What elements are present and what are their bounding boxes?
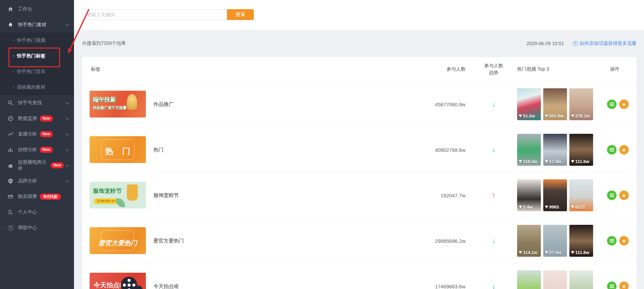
favorite-button[interactable]: ★ [619, 236, 629, 246]
row-actions: ★ [607, 236, 629, 246]
sidebar-item-hot-tags[interactable]: 快手热门标签 [0, 48, 74, 64]
favorite-button[interactable]: ★ [619, 100, 629, 109]
tag-name[interactable]: 作品推广 [153, 101, 174, 107]
tag-banner-thumbnail[interactable]: 爱官方爱热门 [90, 227, 146, 254]
video-thumbnail[interactable]: ♥ [569, 270, 593, 289]
top-videos: ♥114.1w ♥57.5w ♥111.6w [517, 225, 593, 257]
video-thumbnail[interactable]: ♥111.6w [569, 134, 593, 166]
sidebar-item-hot-videos[interactable]: 快手热门视频 [0, 33, 74, 48]
star-icon: ★ [622, 284, 626, 289]
sidebar-item-label: 快手号查找 [18, 100, 42, 106]
chevron-down-icon [65, 132, 69, 136]
main-content: 搜索 共搜索到7209个结果 2020-06-29 10:51 ? 如何添加话题… [74, 0, 644, 289]
heart-icon: ♥ [519, 159, 522, 164]
video-thumbnail[interactable]: ♥501.0w [543, 88, 567, 120]
like-count: 118.5w [523, 159, 537, 164]
video-thumbnail[interactable]: ♥2.4w [517, 179, 541, 211]
participants-count: 29985686.2w [401, 238, 466, 243]
search-button[interactable]: 搜索 [227, 9, 254, 20]
list-icon [610, 104, 614, 105]
column-header-top-videos: 热门视频 Top 3 [517, 66, 549, 72]
sidebar-item-brand-analysis[interactable]: 品牌分析 [0, 173, 74, 189]
video-thumbnail[interactable]: ♥17.4w [543, 134, 567, 166]
search-bar: 搜索 [82, 9, 254, 20]
top-videos: ♥118.5w ♥17.4w ♥111.6w [517, 134, 593, 166]
sidebar-item-help-center[interactable]: ? 帮助中心 [0, 220, 74, 236]
video-thumbnail[interactable]: ♥9965 [543, 179, 567, 211]
sidebar-item-data-monitor[interactable]: 数据监测 New [0, 111, 74, 126]
tag-name[interactable]: 爱官方爱热门 [153, 237, 184, 244]
card-icon [7, 193, 14, 200]
help-link-label: 如何添加话题获得更多流量 [580, 40, 637, 47]
sidebar-item-live-analysis[interactable]: 直播分析 New [0, 126, 74, 142]
like-count: 111.6w [575, 159, 589, 164]
top-videos: ♥51.5w ♥501.0w ♥276.2w [517, 88, 593, 120]
video-list-button[interactable] [607, 100, 617, 109]
column-header-tag: 标签 [91, 66, 100, 72]
column-header-trend: 参与人数趋势 [483, 62, 505, 76]
like-count: 2.4w [523, 204, 533, 210]
sidebar-item-purchase-renew[interactable]: 购买续费 年付6折 [0, 189, 74, 204]
video-thumbnail[interactable]: ♥ [517, 270, 541, 289]
sidebar-item-account-search[interactable]: 快手号查找 [0, 95, 74, 111]
participants-count: 17469863.6w [401, 283, 466, 289]
search-input[interactable] [82, 9, 227, 20]
sidebar-item-ranking-analysis[interactable]: 挂榜分析 New [0, 142, 74, 158]
results-timestamp: 2020-06-29 10:51 [526, 41, 564, 46]
like-count: 17.4w [549, 159, 561, 164]
help-topic-link[interactable]: ? 如何添加话题获得更多流量 [573, 40, 637, 47]
heart-icon: ♥ [519, 250, 522, 255]
like-count: 114.1w [523, 250, 537, 255]
video-list-button[interactable] [607, 282, 617, 289]
video-list-button[interactable] [607, 191, 617, 200]
sidebar-item-label: 快手热门素材 [18, 22, 46, 28]
sidebar-item-hot-materials[interactable]: 快手热门素材 [0, 17, 74, 33]
list-icon [610, 286, 614, 287]
video-thumbnail[interactable]: ♥51.5w [517, 88, 541, 120]
top-videos: ♥ ♥ ♥ [517, 270, 593, 289]
trend-down-icon: ↓ [483, 146, 505, 154]
column-header-participants: 参与人数 [401, 66, 466, 72]
video-list-button[interactable] [607, 145, 617, 155]
tag-name[interactable]: 热门 [153, 146, 164, 153]
video-thumbnail[interactable]: ♥57.5w [543, 225, 567, 257]
like-count: 51.5w [523, 113, 535, 119]
video-list-button[interactable] [607, 236, 617, 246]
sidebar-submenu: 快手热门视频 快手热门标签 快手热门音乐 我收藏的素材 [0, 33, 74, 95]
video-thumbnail[interactable]: ♥6121 [569, 179, 593, 211]
video-thumbnail[interactable]: ♥118.5w [517, 134, 541, 166]
sidebar-item-ecommerce-analysis[interactable]: 短视频电商分析 New [0, 158, 74, 173]
chevron-down-icon [65, 22, 69, 26]
tag-banner-thumbnail[interactable]: 热 门 [90, 136, 146, 163]
video-thumbnail[interactable]: ♥114.1w [517, 225, 541, 257]
favorite-button[interactable]: ★ [619, 191, 629, 200]
heart-icon: ♥ [519, 204, 522, 210]
tag-name[interactable]: 服饰宠粉节 [153, 192, 179, 198]
video-thumbnail[interactable]: ♥276.2w [569, 88, 593, 120]
tag-banner-thumbnail[interactable]: 端午扶新 作品推广送千万流量 [90, 91, 146, 118]
sidebar: 工作台 快手热门素材 快手热门视频 快手热门标签 快手热门音乐 我收藏的素材 快… [0, 0, 74, 289]
bar-chart-icon [7, 146, 14, 153]
tag-name[interactable]: 今天拍点啥 [153, 283, 179, 289]
list-icon [610, 149, 614, 150]
heart-icon: ♥ [571, 159, 574, 164]
trophy-graphic [127, 94, 137, 110]
new-badge: New [40, 131, 53, 137]
tag-banner-thumbnail[interactable]: 今天拍点啥? [90, 273, 146, 289]
table-header: 标签 参与人数 参与人数趋势 热门视频 Top 3 操作 [82, 57, 637, 82]
video-thumbnail[interactable]: ♥ [543, 270, 567, 289]
sidebar-item-hot-music[interactable]: 快手热门音乐 [0, 64, 74, 79]
chevron-down-icon [65, 163, 69, 167]
sidebar-item-profile[interactable]: 个人中心 [0, 204, 74, 220]
sidebar-item-label: 品牌分析 [18, 178, 37, 184]
tag-banner-thumbnail[interactable]: 服饰宠粉节 活动时间6.20-30 [90, 182, 146, 209]
favorite-button[interactable]: ★ [619, 145, 629, 155]
search-icon [7, 100, 14, 106]
video-thumbnail[interactable]: ♥111.6w [569, 225, 593, 257]
like-count: 57.5w [549, 250, 561, 255]
sidebar-item-my-favorites[interactable]: 我收藏的素材 [0, 79, 74, 95]
favorite-button[interactable]: ★ [619, 282, 629, 289]
annual-discount-badge: 年付6折 [40, 194, 61, 200]
sidebar-item-workbench[interactable]: 工作台 [0, 1, 74, 17]
flame-icon [7, 21, 14, 28]
